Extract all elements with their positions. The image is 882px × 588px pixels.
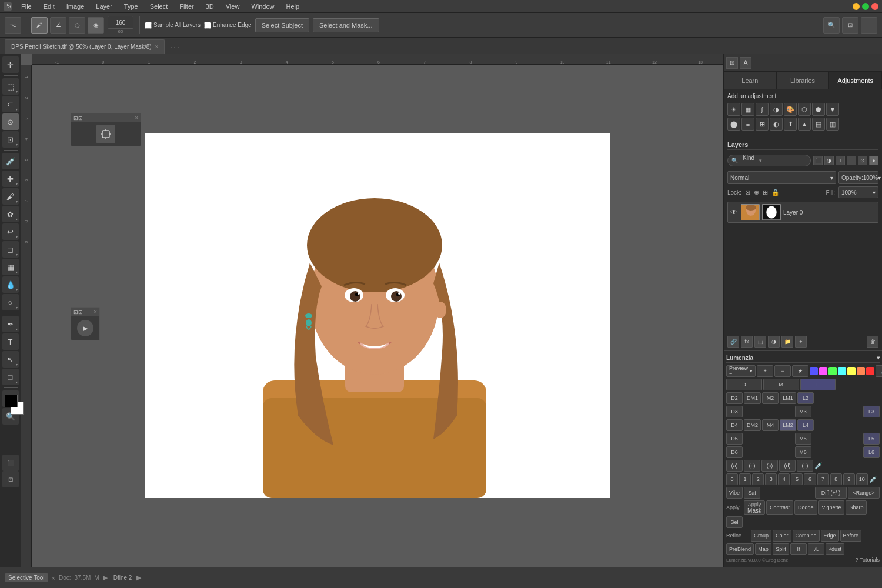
path-selection-tool[interactable]: ↖▾ [2, 351, 19, 368]
split-btn[interactable]: Split [773, 543, 789, 555]
group-layers-icon[interactable]: 📁 [781, 336, 793, 348]
shape-tool[interactable]: □▾ [2, 369, 19, 385]
tab-libraries[interactable]: Libraries [777, 72, 830, 89]
move-tool[interactable]: ✛ [2, 56, 19, 73]
menu-help[interactable]: Help [284, 2, 302, 11]
photo-filter-adj-icon[interactable]: ⬤ [727, 118, 740, 131]
d-paren-btn[interactable]: (d) [779, 460, 796, 472]
add-mask-icon[interactable]: ⬚ [754, 336, 766, 348]
apply-dodge-btn[interactable]: Dodge [794, 500, 817, 514]
n8-btn[interactable]: 8 [830, 473, 842, 485]
shape-filter-icon[interactable]: □ [847, 156, 856, 165]
a-btn[interactable]: (a) [726, 460, 743, 472]
menu-view[interactable]: View [223, 2, 242, 11]
status-close-btn[interactable]: × [52, 574, 55, 582]
lock-all-icon[interactable]: 🔒 [771, 189, 780, 196]
n5-btn[interactable]: 5 [791, 473, 803, 485]
color-btn[interactable]: Color [773, 530, 791, 542]
playback-close[interactable]: × [93, 309, 97, 315]
l3-btn[interactable]: L3 [863, 406, 880, 417]
levels-adj-icon[interactable]: ▦ [741, 103, 754, 116]
lasso-tool[interactable]: ⊂▾ [2, 96, 19, 112]
n9-btn[interactable]: 9 [843, 473, 855, 485]
menu-file[interactable]: File [19, 2, 34, 11]
blend-mode-dropdown[interactable]: Normal ▾ [727, 171, 836, 184]
kind-dropdown[interactable]: Kind [740, 155, 757, 166]
vibe-btn[interactable]: Vibe [726, 487, 743, 499]
n10-btn[interactable]: 10 [856, 473, 868, 485]
menu-filter[interactable]: Filter [177, 2, 196, 11]
healing-tool[interactable]: ✚▾ [2, 171, 19, 187]
menu-image[interactable]: Image [64, 2, 87, 11]
apply-sharp-btn[interactable]: Sharp [846, 500, 867, 514]
channel-mixer-adj-icon[interactable]: ≡ [741, 118, 754, 131]
l-btn[interactable]: L [800, 379, 836, 390]
tab-close-btn[interactable]: × [155, 44, 159, 50]
layers-search-box[interactable]: 🔍 Kind ▾ [727, 155, 811, 166]
minimize-button[interactable] [853, 3, 860, 10]
color-swatch-orange[interactable] [857, 367, 865, 375]
c-btn[interactable]: (c) [761, 460, 778, 472]
vdust-btn[interactable]: √dust [826, 543, 844, 555]
brush-toggle1-btn[interactable]: ◌ [69, 17, 85, 34]
star-btn[interactable]: ★ [792, 365, 808, 377]
type-filter-icon[interactable]: T [836, 156, 845, 165]
apply-mask-btn[interactable]: Apply Mask [744, 500, 765, 514]
l5-btn[interactable]: L5 [863, 433, 880, 445]
tab-adjustments[interactable]: Adjustments [829, 72, 882, 89]
n0-btn[interactable]: 0 [726, 473, 738, 485]
hsl-adj-icon[interactable]: ⬡ [798, 103, 811, 116]
eyedropper-lum-btn[interactable]: 💉 [876, 365, 882, 377]
lock-pixels-icon[interactable]: ⊠ [745, 189, 750, 196]
lumenzia-preview-btn[interactable]: Preview = ▾ [726, 365, 756, 377]
map-btn[interactable]: Map [755, 543, 771, 555]
quick-select-tool[interactable]: ⊙ [2, 113, 19, 130]
m3-btn[interactable]: M3 [795, 406, 811, 417]
pixel-filter-icon[interactable]: ⬛ [813, 156, 823, 165]
l2-btn[interactable]: L2 [797, 392, 814, 404]
d6-btn[interactable]: D6 [726, 446, 743, 458]
n4-btn[interactable]: 4 [778, 473, 790, 485]
m2-btn[interactable]: M2 [762, 392, 779, 404]
n2-btn[interactable]: 2 [752, 473, 764, 485]
status-arrow[interactable]: ▶ [103, 574, 108, 582]
minus-btn[interactable]: − [774, 365, 791, 377]
threshold-adj-icon[interactable]: ▲ [798, 118, 811, 131]
float-panel-close[interactable]: × [135, 115, 138, 121]
properties-icon[interactable]: ⊡ [726, 57, 738, 69]
more-btn[interactable]: ⋯ [861, 17, 877, 34]
dodge-tool[interactable]: ○▾ [2, 294, 19, 310]
float-panel-header[interactable]: ⊡⊡ × [71, 113, 141, 122]
color-swatch-blue[interactable] [810, 367, 818, 375]
lock-artboard-icon[interactable]: ⊞ [763, 189, 768, 196]
brush-tool[interactable]: 🖌▾ [2, 188, 19, 205]
sel-btn[interactable]: Sel [726, 516, 743, 528]
sample-all-layers-input[interactable] [145, 22, 152, 29]
color-swatch-cyan[interactable] [838, 367, 846, 375]
l6-btn[interactable]: L6 [863, 446, 880, 458]
color-swatch-pink[interactable] [819, 367, 827, 375]
l4-btn[interactable]: L4 [797, 419, 814, 431]
curves-adj-icon[interactable]: ∫ [756, 103, 769, 116]
search-toolbar-btn[interactable]: 🔍 [823, 17, 840, 34]
fill-field[interactable]: 100% ▾ [838, 186, 878, 198]
properties-toggle[interactable]: ⋯ [167, 41, 182, 54]
dm2-btn[interactable]: DM2 [744, 419, 761, 431]
eyedropper-num-icon[interactable]: 💉 [869, 476, 880, 483]
color-swatch-red[interactable] [866, 367, 874, 375]
color-lookup-adj-icon[interactable]: ⊞ [756, 118, 769, 131]
enhance-edge-checkbox[interactable]: Enhance Edge [204, 22, 252, 29]
n7-btn[interactable]: 7 [817, 473, 829, 485]
screen-mode-btn[interactable]: ⊡ [2, 471, 19, 487]
d-btn[interactable]: D [726, 379, 762, 390]
foreground-color[interactable] [5, 395, 18, 407]
m4-btn[interactable]: M4 [762, 419, 779, 431]
lm1-btn[interactable]: LM1 [780, 392, 796, 404]
sat-btn[interactable]: Sat [744, 487, 760, 499]
opacity-field[interactable]: Opacity: 100% ▾ [838, 171, 878, 184]
canvas-document[interactable] [145, 133, 610, 498]
edge-btn[interactable]: Edge [821, 530, 839, 542]
menu-edit[interactable]: Edit [41, 2, 57, 11]
diff-btn[interactable]: Diff (+/-) [815, 487, 847, 499]
group-btn[interactable]: Group [751, 530, 771, 542]
